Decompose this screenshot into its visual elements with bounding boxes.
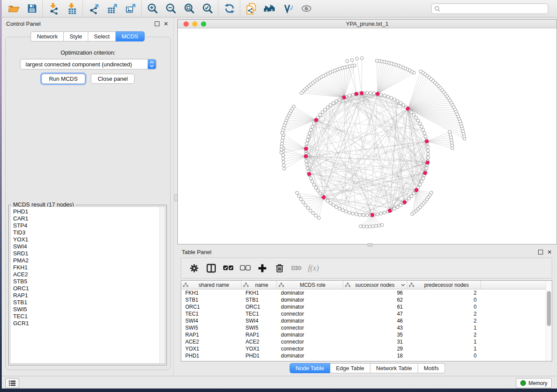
column-label: predecessor nodes	[414, 282, 479, 288]
column-header-MCDS-role[interactable]: MCDS role	[277, 281, 343, 289]
tab-motifs[interactable]: Motifs	[418, 363, 445, 373]
table-row[interactable]: FKH1FKH1dominator962	[181, 289, 552, 296]
mcds-node-item[interactable]: CAR1	[10, 215, 159, 222]
horizontal-splitter-grip[interactable]	[367, 243, 373, 247]
close-table-panel-button[interactable]: ✕	[547, 249, 553, 255]
table-row[interactable]: TEC1TEC1connector472	[181, 310, 552, 317]
table-cell: 61	[343, 304, 407, 310]
control-panel-title: Control Panel	[6, 21, 151, 27]
select-all-columns-button[interactable]	[220, 260, 237, 276]
column-header-shared-name[interactable]: shared name	[181, 281, 242, 289]
mcds-node-item[interactable]: PMA2	[10, 257, 159, 264]
right-column: YPA_prune.txt_1 Table Panel ✕	[177, 17, 557, 376]
delete-column-button[interactable]	[271, 260, 288, 276]
zoom-fit-button[interactable]	[180, 1, 198, 16]
table-cell: TEC1	[242, 311, 277, 317]
table-row[interactable]: PHD1PHD1dominator180	[181, 352, 552, 359]
criterion-dropdown[interactable]: largest connected component (undirected)	[20, 59, 156, 69]
mcds-node-item[interactable]: SWI5	[10, 306, 159, 313]
mcds-node-item[interactable]: YOX1	[10, 236, 159, 243]
table-scrollbar[interactable]	[546, 281, 552, 361]
deselect-all-columns-button[interactable]	[237, 260, 254, 276]
table-row[interactable]: SWI4SWI4dominator462	[181, 317, 552, 324]
mcds-node-item[interactable]: GCR1	[10, 320, 159, 327]
mcds-node-item[interactable]: SRD1	[10, 250, 159, 257]
column-header-predecessor-nodes[interactable]: predecessor nodes	[407, 281, 481, 289]
first-neighbors-button[interactable]	[260, 1, 279, 16]
table-cell: STB1	[181, 297, 242, 303]
delete-table-button[interactable]	[288, 260, 305, 276]
column-type-icon	[279, 282, 284, 287]
table-row[interactable]: ORC1ORC1dominator610	[181, 303, 552, 310]
zoom-out-button[interactable]	[162, 1, 180, 16]
table-row[interactable]: STB1STB1dominator620	[181, 296, 552, 303]
task-history-button[interactable]	[5, 378, 19, 388]
save-session-button[interactable]	[23, 1, 41, 16]
add-column-button[interactable]	[254, 260, 271, 276]
mcds-node-item[interactable]: STP4	[10, 222, 159, 229]
mcds-node-item[interactable]: SWI4	[10, 243, 159, 250]
column-header-successor-nodes[interactable]: successor nodes	[343, 281, 407, 289]
tab-network[interactable]: Network	[31, 31, 64, 41]
function-builder-button[interactable]: f(x)	[305, 260, 322, 276]
mcds-node-item[interactable]: STB5	[10, 278, 159, 285]
close-icon: ✕	[547, 249, 552, 255]
split-panel-button[interactable]	[203, 260, 220, 276]
mcds-node-item[interactable]: ORC1	[10, 285, 159, 292]
mcds-node-item[interactable]: PHD1	[10, 208, 159, 215]
table-row[interactable]: SWI5SWI5connector431	[181, 324, 552, 331]
refresh-layout-button[interactable]	[220, 1, 239, 16]
export-table-button[interactable]	[103, 1, 121, 16]
table-cell: SWI4	[242, 318, 277, 324]
gear-icon	[189, 263, 199, 273]
mcds-node-item[interactable]: TID3	[10, 229, 159, 236]
import-table-button[interactable]	[63, 1, 81, 16]
column-type-icon	[409, 282, 414, 287]
float-panel-button[interactable]	[154, 21, 160, 27]
open-session-button[interactable]	[4, 1, 23, 16]
mcds-node-item[interactable]: ACE2	[10, 271, 159, 278]
mcds-node-item[interactable]: RAP1	[10, 292, 159, 299]
table-cell: 2	[407, 311, 481, 317]
toolbar-separator	[83, 0, 83, 17]
table-scrollbar-thumb[interactable]	[547, 291, 551, 326]
tab-style[interactable]: Style	[64, 31, 88, 41]
table-cell: 2	[407, 290, 481, 296]
tab-select[interactable]: Select	[88, 31, 116, 41]
table-row[interactable]: ACE2ACE2connector311	[181, 338, 552, 345]
network-canvas[interactable]	[178, 28, 557, 244]
column-header-name[interactable]: name	[242, 281, 277, 289]
table-settings-button[interactable]	[186, 260, 203, 276]
close-panel-action-button[interactable]: Close panel	[91, 74, 135, 84]
search-input[interactable]	[440, 4, 548, 13]
import-network-icon	[48, 3, 60, 14]
run-mcds-button[interactable]: Run MCDS	[42, 74, 85, 84]
table-cell: YOX1	[242, 346, 277, 352]
mcds-node-item[interactable]: STB1	[10, 299, 159, 306]
close-panel-button[interactable]: ✕	[163, 21, 169, 27]
mcds-node-item[interactable]: FKH1	[10, 264, 159, 271]
graphics-details-button[interactable]	[279, 1, 297, 16]
birdseye-view-button[interactable]	[297, 1, 315, 16]
zoom-in-button[interactable]	[143, 1, 162, 16]
export-network-button[interactable]	[85, 1, 103, 16]
duplicate-network-button[interactable]	[242, 1, 260, 16]
control-tabs-segment: NetworkStyleSelectMCDS	[31, 31, 144, 41]
export-image-button[interactable]	[121, 1, 140, 16]
tab-node-table[interactable]: Node Table	[289, 363, 330, 373]
tab-edge-table[interactable]: Edge Table	[330, 363, 370, 373]
table-row[interactable]: RAP1RAP1dominator352	[181, 331, 552, 338]
table-cell: 2	[407, 318, 481, 324]
table-row[interactable]: YOX1YOX1connector291	[181, 345, 552, 352]
tab-network-table[interactable]: Network Table	[370, 363, 418, 373]
column-label: shared name	[188, 282, 239, 288]
refresh-icon	[224, 3, 235, 14]
memory-button[interactable]: Memory	[516, 378, 552, 388]
zoom-selected-button[interactable]	[198, 1, 217, 16]
tab-mcds[interactable]: MCDS	[116, 31, 144, 41]
sort-menu-icon[interactable]	[401, 284, 405, 286]
float-table-panel-button[interactable]	[537, 249, 543, 255]
mcds-list-scrollbar[interactable]	[159, 207, 165, 363]
mcds-node-item[interactable]: TEC1	[10, 313, 159, 320]
import-network-button[interactable]	[45, 1, 63, 16]
